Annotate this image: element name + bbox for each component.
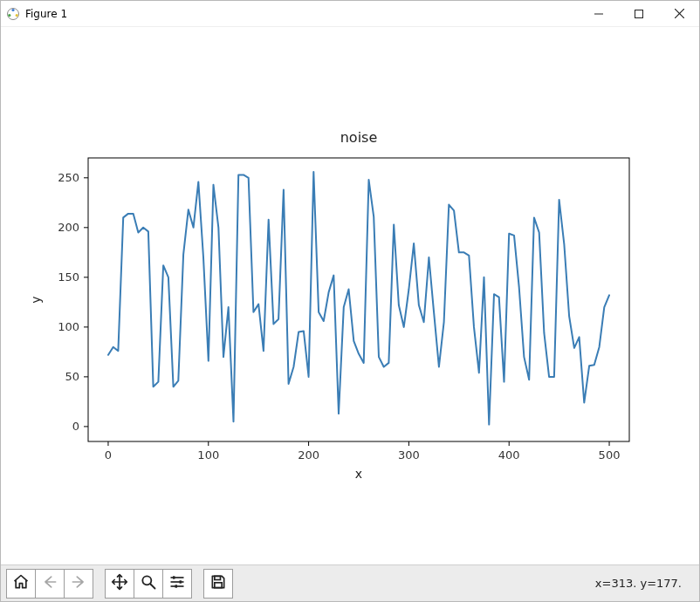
svg-text:0: 0 [72,420,79,433]
svg-text:100: 100 [197,448,219,462]
toolbar-back-button[interactable] [35,569,65,599]
toolbar-save-button[interactable] [203,569,233,599]
toolbar-pan-button[interactable] [105,569,134,599]
svg-rect-40 [175,585,178,587]
svg-text:250: 250 [58,171,79,184]
svg-point-33 [142,576,151,585]
svg-rect-39 [180,580,182,583]
arrow-right-icon [70,573,87,593]
svg-point-3 [8,14,10,17]
svg-rect-42 [215,583,222,588]
arrow-left-icon [41,573,58,593]
svg-point-2 [16,14,18,17]
svg-text:50: 50 [65,370,79,383]
window-minimize-button[interactable] [579,1,619,27]
svg-text:200: 200 [58,221,79,234]
sliders-icon [168,573,186,593]
cursor-coordinates: x=313. y=177. [595,577,694,590]
svg-rect-41 [215,576,221,579]
chart-svg: 0100200300400500050100150200250xynoise [1,27,699,564]
x-axis-label: x [355,467,362,481]
window-close-button[interactable] [659,1,699,27]
save-icon [209,573,227,593]
svg-rect-38 [173,576,175,578]
matplotlib-toolbar: x=313. y=177. [1,564,699,601]
svg-text:200: 200 [298,448,319,462]
series-line [108,172,609,425]
chart-title: noise [340,129,378,146]
magnifier-icon [140,573,157,593]
toolbar-zoom-button[interactable] [134,569,163,599]
svg-point-1 [11,8,14,10]
svg-rect-5 [635,10,643,17]
svg-text:400: 400 [498,448,520,462]
home-icon [12,573,30,593]
move-icon [111,573,128,593]
svg-text:150: 150 [58,270,79,284]
toolbar-forward-button[interactable] [64,569,93,599]
toolbar-home-button[interactable] [6,569,36,599]
app-icon [6,7,20,21]
svg-text:300: 300 [398,448,420,462]
window-titlebar: Figure 1 [1,1,699,27]
y-axis-label: y [29,296,43,303]
window-maximize-button[interactable] [619,1,659,27]
plot-canvas[interactable]: 0100200300400500050100150200250xynoise [1,27,699,564]
window-title: Figure 1 [25,8,67,20]
svg-text:100: 100 [58,320,79,333]
svg-text:500: 500 [599,448,621,462]
toolbar-configure-button[interactable] [162,569,192,599]
svg-line-34 [151,585,155,589]
svg-text:0: 0 [105,448,112,462]
